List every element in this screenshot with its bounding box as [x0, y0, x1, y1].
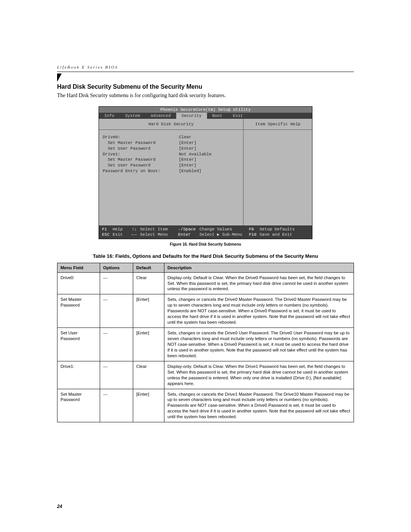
bios-field-label: Password Entry on Boot: — [103, 168, 179, 174]
footer-key-f9: F9 — [249, 227, 260, 232]
bios-field-row: Drive1:Not Available — [103, 152, 239, 157]
bios-field-value: [Enter] — [179, 163, 196, 168]
table-title: Table 16: Fields, Options and Defaults f… — [57, 253, 354, 259]
cell-options: --- — [100, 389, 133, 422]
table-row: Drive0:---ClearDisplay-only. Default is … — [57, 272, 354, 294]
bios-tab-boot[interactable]: Boot — [207, 113, 228, 119]
footer-val-select-menu: Select Menu — [140, 232, 178, 237]
bios-title: Phoenix SecureCore(tm) Setup Utility — [99, 107, 312, 113]
footer-val-exit: Exit — [113, 232, 132, 237]
bios-footer: F1 Help ↑↓ Select Item -/Space Change Va… — [99, 225, 312, 239]
footer-key-updown: ↑↓ — [132, 227, 140, 232]
bios-menu-bar: Info System Advanced Security Boot Exit — [99, 113, 312, 119]
cell-field: Set Master Password — [57, 389, 100, 422]
page-number: 24 — [57, 504, 62, 509]
footer-key-esc: ESC — [102, 232, 113, 237]
bios-left-header: Hard Disk Security — [99, 119, 243, 130]
section-intro: The Hard Disk Security submenu is for co… — [57, 93, 354, 99]
bios-field-row: Set User Password[Enter] — [103, 163, 239, 168]
cell-default: Clear — [133, 361, 164, 389]
bios-field-label: Set Master Password — [103, 140, 179, 146]
cell-default: [Enter] — [133, 389, 164, 422]
bios-field-label: Set User Password — [103, 163, 179, 168]
footer-key-leftright: ←→ — [132, 232, 140, 237]
th-field: Menu Field — [57, 263, 100, 272]
footer-key-enter: Enter — [178, 232, 199, 237]
bios-tab-advanced[interactable]: Advanced — [145, 113, 176, 119]
footer-val-submenu: Select ▶ Sub-Menu — [199, 232, 249, 237]
cell-desc: Display-only. Default is Clear. When the… — [164, 272, 354, 294]
cell-desc: Display-only. Default is Clear. When the… — [164, 361, 354, 389]
cell-options: --- — [100, 361, 133, 389]
bios-tab-security[interactable]: Security — [176, 113, 207, 119]
cell-desc: Sets, changes or cancels the Drive1 Mast… — [164, 389, 354, 422]
cell-field: Set Master Password — [57, 294, 100, 328]
th-default: Default — [133, 263, 164, 272]
cell-field: Drive1: — [57, 361, 100, 389]
footer-val-select-item: Select Item — [140, 227, 178, 232]
figure-caption: Figure 16. Hard Disk Security Submenu — [57, 242, 354, 246]
cell-desc: Sets, changes or cancels the Drive0 Mast… — [164, 294, 354, 328]
bios-field-row: Set Master Password[Enter] — [103, 140, 239, 146]
bios-field-label: Set Master Password — [103, 157, 179, 163]
bios-field-label: Set User Password — [103, 146, 179, 152]
footer-key-space: -/Space — [178, 227, 199, 232]
bios-field-value: [Enter] — [179, 157, 196, 163]
bios-field-label: Drive1: — [103, 152, 179, 157]
footer-val-save: Save and Exit — [260, 232, 292, 237]
running-head: LifeBook E Series BIOS — [57, 65, 354, 69]
cell-field: Set User Password — [57, 328, 100, 361]
bios-window: Phoenix SecureCore(tm) Setup Utility Inf… — [99, 106, 312, 239]
cell-field: Drive0: — [57, 272, 100, 294]
th-options: Options — [100, 263, 133, 272]
pennant-icon — [57, 73, 62, 82]
footer-val-defaults: Setup Defaults — [260, 227, 295, 232]
bios-field-row: Password Entry on Boot:[Enabled] — [103, 168, 239, 174]
table-row: Set Master Password---[Enter]Sets, chang… — [57, 389, 354, 422]
cell-default: [Enter] — [133, 328, 164, 361]
bios-field-row: Drive0:Clear — [103, 134, 239, 140]
th-desc: Description — [164, 263, 354, 272]
bios-fields: Drive0:Clear Set Master Password[Enter] … — [99, 130, 243, 179]
spec-table: Menu Field Options Default Description D… — [57, 263, 354, 423]
cell-desc: Sets, changes or cancels the Drive0 User… — [164, 328, 354, 361]
cell-options: --- — [100, 294, 133, 328]
cell-default: [Enter] — [133, 294, 164, 328]
bios-field-value: Clear — [179, 134, 191, 140]
footer-key-f10: F10 — [249, 232, 260, 237]
footer-val-change: Change Values — [199, 227, 249, 232]
bios-field-row: Set User Password[Enter] — [103, 146, 239, 152]
section-heading: Hard Disk Security Submenu of the Securi… — [57, 83, 354, 90]
bios-tab-info[interactable]: Info — [99, 113, 119, 119]
table-row: Drive1:---ClearDisplay-only. Default is … — [57, 361, 354, 389]
footer-key-f1: F1 — [102, 227, 113, 232]
bios-field-value: Not Available — [179, 152, 212, 157]
cell-options: --- — [100, 272, 133, 294]
bios-field-value: [Enter] — [179, 146, 196, 152]
cell-default: Clear — [133, 272, 164, 294]
table-row: Set User Password---[Enter]Sets, changes… — [57, 328, 354, 361]
header-rule — [57, 72, 354, 72]
bios-right-header: Item Specific Help — [244, 119, 312, 130]
bios-field-value: [Enter] — [179, 140, 196, 146]
footer-val-help: Help — [113, 227, 132, 232]
bios-field-value: [Enabled] — [179, 168, 201, 174]
bios-tab-system[interactable]: System — [119, 113, 145, 119]
cell-options: --- — [100, 328, 133, 361]
bios-field-label: Drive0: — [103, 134, 179, 140]
bios-tab-exit[interactable]: Exit — [228, 113, 248, 119]
table-row: Set Master Password---[Enter]Sets, chang… — [57, 294, 354, 328]
bios-field-row: Set Master Password[Enter] — [103, 157, 239, 163]
